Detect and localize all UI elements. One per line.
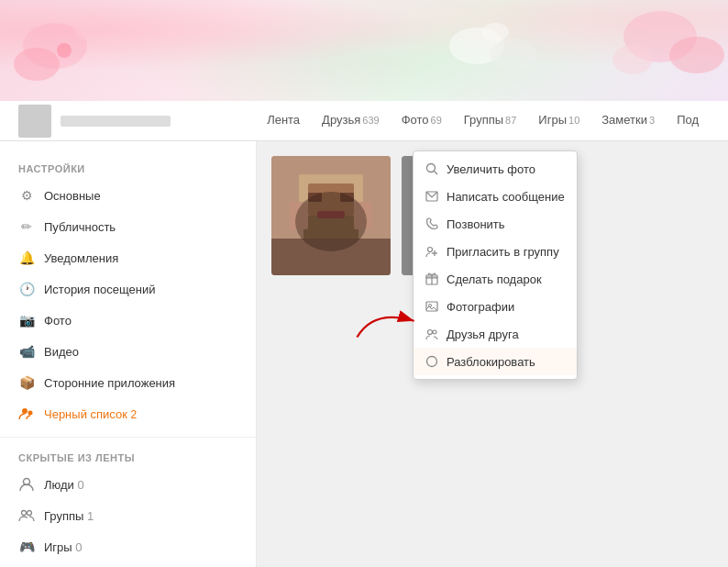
nav-link-label: Друзья	[322, 113, 360, 127]
banner-svg	[0, 0, 728, 101]
menu-label-enlarge: Увеличить фото	[447, 162, 535, 176]
sidebar-label-notifications: Уведомления	[44, 251, 237, 265]
nav-link-count: 87	[505, 115, 516, 126]
menu-item-unblock[interactable]: Разблокировать	[414, 348, 577, 375]
sidebar-item-history[interactable]: 🕐 История посещений	[0, 273, 256, 305]
group-invite-icon	[425, 244, 439, 259]
menu-item-photos[interactable]: Фотографии	[414, 293, 577, 320]
arrow-indicator	[348, 305, 431, 344]
menu-label-call: Позвонить	[447, 217, 505, 231]
nav-link-под[interactable]: Под	[666, 101, 710, 141]
friend-photo-sim-1	[271, 156, 391, 275]
nav-link-фото[interactable]: Фото69	[391, 101, 453, 141]
menu-item-call[interactable]: Позвонить	[414, 210, 577, 238]
menu-label-message: Написать сообщение	[447, 190, 565, 204]
sidebar-item-groups[interactable]: Группы 1	[0, 500, 256, 531]
svg-point-32	[427, 164, 436, 172]
svg-point-2	[73, 14, 110, 41]
sidebar-item-notifications[interactable]: 🔔 Уведомления	[0, 242, 256, 273]
svg-point-45	[427, 357, 437, 367]
svg-line-33	[435, 172, 438, 175]
sidebar: НАСТРОЙКИ ⚙ Основные ✏ Публичность 🔔 Уве…	[0, 141, 257, 567]
sidebar-label-history: История посещений	[44, 283, 237, 296]
nav-link-count: 639	[362, 115, 379, 126]
sidebar-item-photo[interactable]: 📷 Фото	[0, 305, 256, 336]
nav-link-группы[interactable]: Группы87	[453, 101, 528, 141]
sidebar-item-people[interactable]: Люди 0	[0, 469, 256, 500]
nav-link-count: 69	[431, 115, 442, 126]
nav-link-label: Под	[677, 113, 699, 127]
settings-section-title: НАСТРОЙКИ	[0, 156, 256, 180]
svg-point-44	[433, 330, 436, 334]
main-content: НАСТРОЙКИ ⚙ Основные ✏ Публичность 🔔 Уве…	[0, 141, 728, 567]
menu-item-invite[interactable]: Пригласить в группу	[414, 238, 577, 265]
zoom-icon	[425, 161, 439, 176]
sidebar-label-basic: Основные	[44, 189, 237, 203]
gear-icon: ⚙	[18, 187, 35, 204]
menu-item-friends[interactable]: Друзья друга	[414, 320, 577, 348]
menu-item-message[interactable]: Написать сообщение	[414, 183, 577, 210]
svg-point-8	[481, 23, 509, 41]
sidebar-divider	[0, 437, 256, 438]
nav-link-игры[interactable]: Игры10	[527, 101, 590, 141]
svg-rect-19	[290, 202, 308, 229]
sidebar-label-games: Игры 0	[44, 540, 237, 554]
friend-photo-1	[271, 156, 391, 275]
nav-link-label: Фото	[402, 113, 429, 127]
sidebar-item-apps[interactable]: 📦 Сторонние приложения	[0, 367, 256, 398]
nav-link-count: 3	[649, 115, 655, 126]
hidden-section-title: СКРЫТЫЕ ИЗ ЛЕНТЫ	[0, 445, 256, 469]
svg-rect-16	[299, 174, 363, 225]
svg-rect-24	[271, 239, 391, 275]
svg-point-1	[14, 48, 60, 81]
mail-icon	[425, 189, 439, 204]
nav-link-count: 10	[568, 115, 579, 126]
sidebar-label-video: Видео	[44, 345, 237, 359]
svg-point-35	[428, 248, 433, 252]
sidebar-label-public: Публичность	[44, 220, 237, 234]
video-icon: 📹	[18, 343, 35, 360]
people-icon	[18, 476, 35, 493]
sidebar-label-apps: Сторонние приложения	[44, 376, 237, 390]
menu-label-friends: Друзья друга	[447, 328, 519, 341]
menu-item-gift[interactable]: Сделать подарок	[414, 265, 577, 293]
sidebar-label-people: Люди 0	[44, 478, 237, 492]
unblock-icon	[425, 354, 439, 369]
sidebar-label-photo: Фото	[44, 314, 237, 328]
profile-nav-bar: ЛентаДрузья639Фото69Группы87Игры10Заметк…	[0, 101, 728, 141]
svg-rect-20	[354, 202, 372, 229]
svg-point-6	[612, 45, 653, 74]
nav-link-заметки[interactable]: Заметки3	[590, 101, 666, 141]
sidebar-label-groups: Группы 1	[44, 509, 237, 523]
sidebar-item-public[interactable]: ✏ Публичность	[0, 211, 256, 242]
edit-icon: ✏	[18, 218, 35, 235]
games-icon: 🎮	[18, 539, 35, 555]
sidebar-item-video[interactable]: 📹 Видео	[0, 336, 256, 367]
sidebar-item-games[interactable]: 🎮 Игры 0	[0, 531, 256, 562]
menu-label-invite: Пригласить в группу	[447, 245, 559, 259]
menu-label-photos: Фотографии	[447, 300, 514, 314]
gift-icon	[425, 272, 439, 286]
profile-avatar	[18, 105, 51, 138]
menu-item-enlarge[interactable]: Увеличить фото	[414, 155, 577, 183]
nav-link-друзья[interactable]: Друзья639	[311, 101, 391, 141]
svg-point-10	[22, 408, 28, 414]
svg-rect-23	[317, 211, 345, 218]
profile-name-placeholder	[61, 116, 171, 127]
context-menu: Увеличить фото Написать сообщение Позвон…	[413, 150, 578, 380]
profile-banner	[0, 0, 728, 101]
bell-icon: 🔔	[18, 250, 35, 266]
svg-point-5	[669, 37, 724, 73]
sidebar-item-blacklist[interactable]: Черный список 2	[0, 398, 256, 429]
nav-link-лента[interactable]: Лента	[256, 101, 311, 141]
svg-rect-17	[308, 183, 354, 216]
nav-link-label: Лента	[267, 113, 300, 127]
clock-icon: 🕐	[18, 281, 35, 297]
camera-icon: 📷	[18, 312, 35, 328]
svg-point-9	[491, 39, 536, 72]
nav-link-label: Группы	[464, 113, 503, 127]
content-area: Увеличить фото Написать сообщение Позвон…	[257, 141, 728, 567]
menu-label-unblock: Разблокировать	[447, 355, 535, 369]
svg-rect-22	[340, 193, 354, 202]
sidebar-item-basic[interactable]: ⚙ Основные	[0, 180, 256, 211]
